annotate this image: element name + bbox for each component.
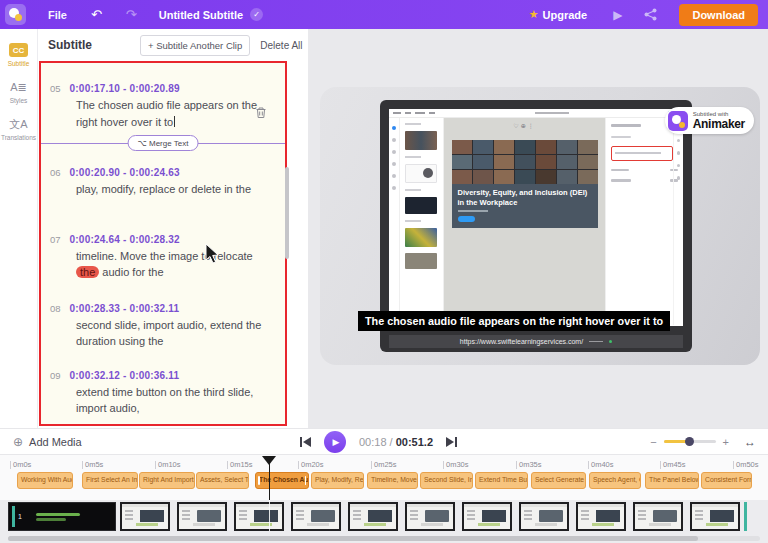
entry-text[interactable]: second slide, import audio, extend the d… <box>76 317 266 350</box>
video-thumbnail[interactable] <box>120 502 170 531</box>
video-thumbnail[interactable] <box>462 502 512 531</box>
video-thumbnail[interactable] <box>177 502 227 531</box>
entry-text[interactable]: extend time button on the third slide, i… <box>76 384 266 417</box>
timeline-subtitle-block[interactable]: Select Generate Tex... <box>531 472 586 489</box>
entry-timestamp[interactable]: 0:00:17.10 - 0:00:20.89 <box>70 83 180 94</box>
video-preview[interactable]: ♡⊕⋮ Diversity, Equity, and Inclusion (DE… <box>308 29 768 428</box>
sidebar-item-translations[interactable]: 文A Translations <box>0 118 37 141</box>
video-thumbnail[interactable] <box>576 502 626 531</box>
zoom-slider-thumb[interactable] <box>685 437 694 446</box>
styles-icon: A≣ <box>10 81 27 94</box>
subtitle-entry-05[interactable]: 05 0:00:17.10 - 0:00:20.89 The chosen au… <box>41 83 285 130</box>
subtitle-panel: Subtitle + Subtitle Another Clip Delete … <box>38 29 308 428</box>
merge-divider: ⌥ Merge Text <box>41 133 285 155</box>
upgrade-button[interactable]: ★ Upgrade <box>529 8 588 21</box>
timeline-subtitle-block[interactable]: The Panel Below... <box>645 472 699 489</box>
sidebar-item-subtitle[interactable]: CC Subtitle <box>0 43 37 67</box>
timeline-horizontal-scrollbar[interactable] <box>8 536 760 541</box>
subtitle-entry-09[interactable]: 09 0:00:32.12 - 0:00:36.11 extend time b… <box>41 370 285 417</box>
playback-bar: ⊕ Add Media ▶ 00:18 / 00:51.2 − + ↔ <box>0 428 768 455</box>
entry-text[interactable]: play, modify, replace or delete in the <box>76 181 266 198</box>
zoom-slider[interactable] <box>664 440 716 443</box>
portrait-grid <box>452 140 598 184</box>
video-thumbnail[interactable] <box>519 502 569 531</box>
subtitle-entry-07[interactable]: 07 0:00:24.64 - 0:00:28.32 timeline. Mov… <box>41 234 285 281</box>
translations-icon: 文A <box>9 118 27 131</box>
entry-text[interactable]: The chosen audio file appears on the rig… <box>76 97 266 130</box>
time-display: 00:18 / 00:51.2 <box>359 436 433 448</box>
video-thumbnail[interactable] <box>348 502 398 531</box>
video-thumbnail[interactable] <box>405 502 455 531</box>
tick-label: 0m30s <box>443 461 469 469</box>
timeline-subtitle-block[interactable]: Right And Import A... <box>139 472 195 489</box>
sidebar-item-styles[interactable]: A≣ Styles <box>0 81 37 104</box>
next-frame-icon[interactable] <box>446 437 457 447</box>
subtitle-entry-08[interactable]: 08 0:00:28.33 - 0:00:32.11 second slide,… <box>41 303 285 350</box>
document-title[interactable]: Untitled Subtitle <box>159 9 243 21</box>
entry-number: 07 <box>50 234 61 245</box>
timeline-subtitle-block[interactable]: Working With Audi... <box>17 472 73 489</box>
animaker-logo-icon[interactable] <box>5 4 26 25</box>
track-end-marker <box>744 502 747 531</box>
url-text: https://www.swiftelearningservices.com/ <box>460 338 583 345</box>
timeline-subtitle-block[interactable]: Second Slide, Imp... <box>420 472 473 489</box>
file-menu[interactable]: File <box>48 9 67 21</box>
highlighted-word[interactable]: the <box>76 266 99 278</box>
tick-label: 0m20s <box>298 461 324 469</box>
animaker-badge-icon <box>668 111 688 131</box>
playhead-line-track <box>269 500 271 531</box>
expand-timeline-icon[interactable]: ↔ <box>744 435 756 449</box>
subtitle-entry-06[interactable]: 06 0:00:20.90 - 0:00:24.63 play, modify,… <box>41 167 285 198</box>
entry-timestamp[interactable]: 0:00:28.33 - 0:00:32.11 <box>70 303 180 314</box>
play-button[interactable]: ▶ <box>324 431 346 453</box>
subtitle-another-clip-button[interactable]: + Subtitle Another Clip <box>140 35 250 56</box>
delete-all-button[interactable]: Delete All <box>260 40 302 51</box>
add-media-button[interactable]: ⊕ Add Media <box>13 436 82 448</box>
trash-icon[interactable] <box>255 105 267 123</box>
entry-number: 06 <box>50 167 61 178</box>
timeline-subtitle-block[interactable]: First Select An Ima... <box>82 472 138 489</box>
entry-text[interactable]: timeline. Move the image to relocate the… <box>76 248 266 281</box>
undo-icon[interactable]: ↶ <box>91 8 102 21</box>
timeline-subtitle-block[interactable]: Consistent Forma... <box>701 472 752 489</box>
zoom-out-icon[interactable]: − <box>650 436 656 448</box>
download-button[interactable]: Download <box>679 4 758 26</box>
share-icon[interactable] <box>644 8 657 21</box>
entry-number: 08 <box>50 303 61 314</box>
merge-text-button[interactable]: ⌥ Merge Text <box>128 135 199 151</box>
video-thumbnail[interactable] <box>291 502 341 531</box>
entry-number: 05 <box>50 83 61 94</box>
video-thumbnail[interactable] <box>633 502 683 531</box>
preview-play-icon[interactable]: ▶ <box>613 8 622 22</box>
prev-frame-icon[interactable] <box>300 437 311 447</box>
timeline-subtitle-block[interactable]: Play, Modify, Repla... <box>311 472 364 489</box>
entry-timestamp[interactable]: 0:00:24.64 - 0:00:28.32 <box>70 234 180 245</box>
timeline-subtitle-block[interactable]: Speech Agent, Gen... <box>589 472 641 489</box>
video-track[interactable]: 1 <box>0 500 768 543</box>
text-caret <box>174 116 175 127</box>
timeline-subtitle-block[interactable]: Assets, Select The ... <box>196 472 249 489</box>
tick-label: 0m0s <box>10 461 31 469</box>
tick-label: 0m40s <box>588 461 614 469</box>
tick-label: 0m50s <box>733 461 759 469</box>
redo-icon[interactable]: ↷ <box>126 8 137 21</box>
zoom-in-icon[interactable]: + <box>723 436 729 448</box>
intro-clip-thumbnail[interactable]: 1 <box>8 502 116 531</box>
timeline-subtitle-block[interactable]: Extend Time Butto... <box>475 472 528 489</box>
slide-title: Diversity, Equity, and Inclusion (DEI) i… <box>458 188 592 207</box>
panel-title: Subtitle <box>48 38 92 52</box>
timeline-subtitle-block[interactable]: Timeline, Move T... <box>367 472 418 489</box>
timeline-ruler[interactable]: 0m0s 0m5s 0m10s 0m15s 0m20s 0m25s 0m30s … <box>0 455 768 500</box>
mouse-cursor-icon <box>205 243 221 269</box>
cc-icon: CC <box>9 43 28 57</box>
video-thumbnail[interactable] <box>690 502 740 531</box>
top-bar: File ↶ ↷ Untitled Subtitle ✓ ★ Upgrade ▶… <box>0 0 768 29</box>
subtitle-list-scrollbar[interactable] <box>285 167 289 259</box>
entry-timestamp[interactable]: 0:00:32.12 - 0:00:36.11 <box>70 370 180 381</box>
tick-label: 0m35s <box>516 461 542 469</box>
tick-label: 0m45s <box>660 461 686 469</box>
timeline-subtitle-block-selected[interactable]: The Chosen Audio <box>255 472 309 489</box>
video-thumbnail[interactable] <box>234 502 284 531</box>
entry-timestamp[interactable]: 0:00:20.90 - 0:00:24.63 <box>70 167 180 178</box>
animaker-watermark: Subtitled with Animaker <box>665 107 754 134</box>
